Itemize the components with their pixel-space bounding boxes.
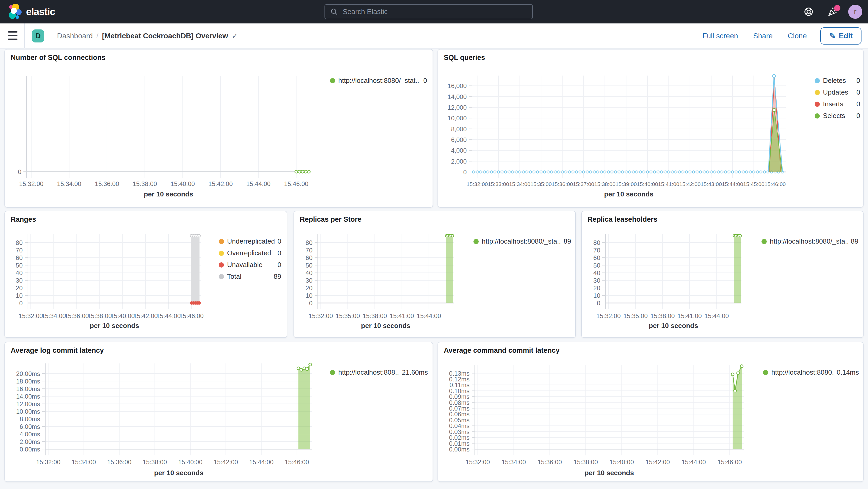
edit-button[interactable]: ✎ Edit — [820, 27, 862, 44]
legend-item[interactable]: Updates0 — [815, 88, 860, 96]
svg-text:30: 30 — [593, 277, 600, 284]
svg-text:70: 70 — [593, 247, 600, 254]
legend-series-label: Inserts — [823, 100, 843, 108]
svg-text:4,000: 4,000 — [451, 147, 467, 154]
svg-text:15:36:00: 15:36:00 — [65, 312, 89, 319]
svg-text:15:32:00: 15:32:00 — [466, 459, 490, 465]
svg-text:20: 20 — [306, 284, 312, 292]
legend: http://localhost:808...21.60ms — [330, 368, 428, 376]
svg-text:60: 60 — [593, 254, 600, 261]
legend-item[interactable]: http://localhost:808...21.60ms — [330, 368, 428, 376]
panel-replicas-per-store: Replicas per Store 0102030405060708015:3… — [293, 211, 576, 338]
space-switcher[interactable]: D — [32, 29, 44, 42]
menu-hamburger-icon[interactable] — [8, 30, 20, 41]
panel-replica-leaseholders: Replica leaseholders 0102030405060708015… — [581, 211, 864, 338]
legend-item[interactable]: http://localhost:8080/_sta...89 — [762, 237, 858, 245]
svg-text:15:44:00: 15:44:00 — [249, 459, 274, 465]
legend-item[interactable]: Underreplicated0 — [219, 237, 281, 245]
svg-text:0.00ms: 0.00ms — [20, 446, 40, 453]
svg-text:40: 40 — [306, 269, 312, 276]
legend-item[interactable]: Overreplicated0 — [219, 249, 281, 257]
legend-item[interactable]: http://localhost:8080/_sta...89 — [473, 237, 571, 245]
chart-average-log-commit-latency[interactable]: 0.00ms2.00ms4.00ms6.00ms8.00ms10.00ms12.… — [5, 342, 433, 482]
x-axis-title: per 10 seconds — [544, 469, 675, 477]
legend-item[interactable]: Inserts0 — [815, 100, 860, 108]
chart-average-command-commit-latency[interactable]: 0.00ms0.01ms0.02ms0.03ms0.04ms0.05ms0.06… — [438, 342, 863, 482]
user-avatar[interactable]: r — [848, 5, 862, 19]
svg-text:15:36:00: 15:36:00 — [537, 459, 562, 465]
legend-series-value: 0 — [420, 77, 427, 85]
svg-text:16.00ms: 16.00ms — [16, 385, 40, 392]
toolbar-divider — [50, 24, 50, 49]
space-initial: D — [35, 32, 41, 40]
svg-text:80: 80 — [593, 239, 600, 246]
global-search[interactable] — [324, 4, 533, 19]
svg-text:60: 60 — [16, 254, 23, 261]
search-input[interactable] — [342, 7, 532, 16]
svg-text:15:35:00: 15:35:00 — [530, 181, 552, 187]
legend-series-value: 0 — [275, 237, 281, 245]
svg-text:15:44:00: 15:44:00 — [705, 312, 729, 319]
share-button[interactable]: Share — [752, 32, 774, 40]
breadcrumb: Dashboard / [Metricbeat CockroachDB] Ove… — [57, 24, 238, 49]
svg-text:10: 10 — [306, 292, 312, 299]
svg-text:15:42:00: 15:42:00 — [214, 459, 238, 465]
svg-text:70: 70 — [16, 247, 23, 254]
life-ring-icon — [803, 6, 814, 17]
newsfeed-button[interactable] — [824, 3, 841, 20]
avatar-initial: r — [854, 7, 856, 16]
full-screen-button[interactable]: Full screen — [701, 32, 740, 40]
svg-text:15:35:00: 15:35:00 — [623, 312, 648, 319]
help-button[interactable] — [800, 3, 817, 20]
legend-item[interactable]: http://localhost:8080/_stat...0 — [330, 77, 427, 85]
chart-sql-queries[interactable]: 02,0004,0006,0008,00010,00012,00014,0001… — [438, 50, 863, 207]
svg-text:15:34:00: 15:34:00 — [509, 181, 530, 187]
legend-series-value: 0 — [275, 249, 281, 257]
svg-text:15:32:00: 15:32:00 — [19, 180, 43, 187]
chart-replica-leaseholders[interactable]: 0102030405060708015:32:0015:35:0015:38:0… — [582, 211, 863, 337]
legend-series-label: Total — [227, 273, 241, 281]
svg-text:15:38:00: 15:38:00 — [650, 312, 675, 319]
legend-item[interactable]: Unavailable0 — [219, 261, 281, 269]
svg-text:15:46:00: 15:46:00 — [764, 181, 786, 187]
svg-text:40: 40 — [593, 269, 600, 276]
svg-text:20: 20 — [593, 284, 600, 292]
svg-text:15:38:00: 15:38:00 — [143, 459, 167, 465]
legend-item[interactable]: http://localhost:8080...0.14ms — [763, 368, 859, 376]
svg-text:14.00ms: 14.00ms — [16, 393, 40, 400]
legend-item[interactable]: Selects0 — [815, 112, 860, 120]
svg-text:0: 0 — [597, 300, 600, 307]
chart-replicas-per-store[interactable]: 0102030405060708015:32:0015:35:0015:38:0… — [294, 211, 575, 337]
dashboard-toolbar: D Dashboard / [Metricbeat CockroachDB] O… — [0, 24, 868, 49]
svg-text:8.00ms: 8.00ms — [20, 416, 40, 423]
svg-text:15:38:00: 15:38:00 — [363, 312, 387, 319]
svg-text:12,000: 12,000 — [448, 104, 467, 111]
legend-series-label: Unavailable — [227, 261, 262, 269]
svg-text:0: 0 — [18, 168, 21, 175]
legend-item[interactable]: Deletes0 — [815, 77, 860, 85]
svg-text:20: 20 — [16, 284, 23, 292]
svg-text:0: 0 — [463, 169, 467, 176]
svg-text:15:44:00: 15:44:00 — [417, 312, 441, 319]
svg-text:15:40:00: 15:40:00 — [637, 181, 658, 187]
svg-text:0: 0 — [19, 300, 23, 307]
elastic-logo[interactable]: elastic — [8, 4, 55, 20]
page-title: [Metricbeat CockroachDB] Overview — [102, 32, 228, 40]
svg-text:30: 30 — [306, 277, 312, 284]
svg-text:15:36:00: 15:36:00 — [95, 180, 119, 187]
legend-series-label: Overreplicated — [227, 249, 271, 257]
breadcrumb-dashboard-link[interactable]: Dashboard — [57, 32, 93, 40]
svg-text:50: 50 — [16, 262, 23, 269]
clone-button[interactable]: Clone — [786, 32, 808, 40]
svg-text:15:32:00: 15:32:00 — [36, 459, 60, 465]
chart-number-of-sql-connections[interactable]: 015:32:0015:34:0015:36:0015:38:0015:40:0… — [5, 50, 433, 207]
legend-series-value: 89 — [848, 237, 858, 245]
svg-text:50: 50 — [306, 262, 312, 269]
svg-text:15:42:00: 15:42:00 — [133, 312, 158, 319]
legend-series-dot — [762, 239, 767, 244]
legend-series-value: 0 — [854, 112, 860, 120]
legend-item[interactable]: Total89 — [219, 273, 281, 281]
brand-name: elastic — [26, 6, 55, 18]
svg-text:15:41:00: 15:41:00 — [658, 181, 679, 187]
legend-series-dot — [219, 262, 224, 268]
